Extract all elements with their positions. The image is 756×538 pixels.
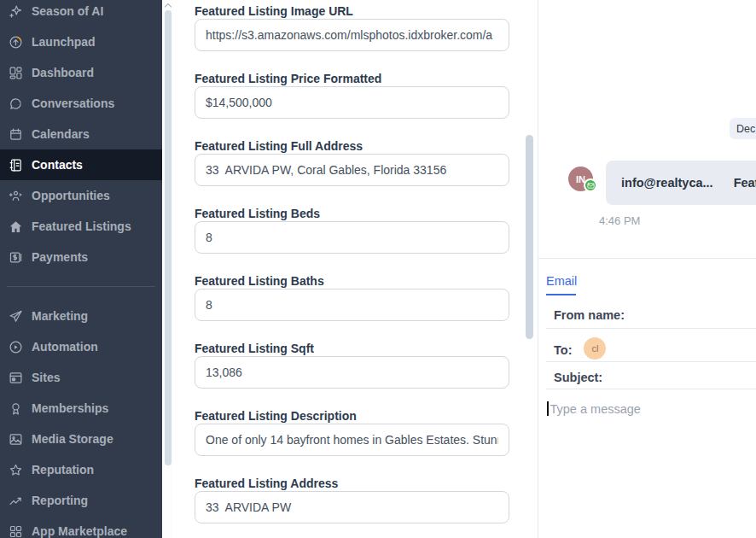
message-placeholder: Type a message (550, 402, 641, 416)
sidebar-item-label: Reputation (32, 463, 94, 477)
sidebar-item-launchpad[interactable]: Launchpad (0, 26, 162, 57)
row-divider (546, 361, 756, 362)
sidebar-item-label: Launchpad (32, 35, 96, 49)
sidebar-scrollbar[interactable] (162, 0, 173, 538)
message-timestamp: 4:46 PM (599, 214, 640, 227)
envelope-icon (587, 182, 595, 190)
message-subject: Featur (734, 176, 756, 190)
field-label: Featured Listing Full Address (195, 138, 538, 154)
calendar-icon (9, 127, 23, 142)
text-caret (547, 401, 549, 416)
sidebar-item-opportunities[interactable]: Opportunities (0, 180, 162, 211)
field-group-baths: Featured Listing Baths (195, 273, 538, 321)
featured-listing-image-url-input[interactable] (195, 19, 509, 51)
field-label: Featured Listing Address (195, 476, 538, 491)
sidebar-item-marketing[interactable]: Marketing (0, 301, 162, 331)
conversation-panel: Dec IN info@realtyca... Featur 4:46 PM E… (538, 0, 756, 538)
sidebar-item-label: Automation (32, 340, 98, 354)
play-circle-icon (9, 340, 23, 354)
paper-plane-icon (9, 309, 23, 324)
sidebar-item-label: Contacts (32, 158, 83, 172)
form-panel-scrollbar-thumb[interactable] (526, 135, 533, 339)
people-icon (9, 189, 23, 203)
sidebar-item-label: Featured Listings (32, 219, 131, 233)
star-icon (9, 463, 23, 477)
message-sender: info@realtyca... (621, 176, 713, 190)
sidebar-item-sites[interactable]: Sites (0, 362, 162, 393)
field-label: Featured Listing Image URL (195, 3, 538, 19)
sidebar-item-app-marketplace[interactable]: App Marketplace (0, 516, 162, 538)
sidebar-item-label: Marketing (32, 309, 88, 323)
tab-email-active-underline (546, 294, 576, 295)
field-group-sqft: Featured Listing Sqft (195, 341, 538, 389)
sparkles-icon (9, 4, 23, 19)
banknote-icon (9, 250, 23, 265)
sidebar-item-payments[interactable]: Payments (0, 242, 162, 272)
recipient-chip[interactable]: cl (584, 337, 606, 360)
sidebar-item-label: Conversations (32, 96, 114, 110)
scroll-up-arrow-icon[interactable] (165, 3, 171, 9)
sidebar-item-reputation[interactable]: Reputation (0, 454, 162, 485)
address-book-icon (9, 158, 23, 173)
house-icon (9, 219, 23, 234)
date-separator-badge: Dec (730, 118, 756, 139)
featured-listing-address-input[interactable] (195, 491, 509, 523)
sidebar-item-contacts[interactable]: Contacts (0, 149, 162, 180)
sidebar-item-label: Opportunities (32, 189, 110, 202)
sidebar-scrollbar-thumb[interactable] (165, 10, 172, 465)
email-message-bubble[interactable]: info@realtyca... Featur (606, 161, 756, 205)
featured-listing-baths-input[interactable] (195, 289, 509, 321)
from-name-label: From name: (554, 308, 625, 322)
sidebar-item-calendars[interactable]: Calendars (0, 119, 162, 149)
browser-icon (9, 371, 23, 385)
trend-line-icon (9, 494, 23, 508)
field-label: Featured Listing Baths (195, 273, 538, 289)
field-label: Featured Listing Description (195, 408, 538, 424)
row-divider (546, 389, 756, 389)
sidebar: Season of AI Launchpad Dashboard Convers… (0, 0, 162, 538)
featured-listing-sqft-input[interactable] (195, 356, 509, 389)
sidebar-item-label: Sites (32, 371, 60, 384)
date-separator-label: Dec (736, 123, 755, 135)
featured-listing-full-address-input[interactable] (195, 154, 509, 186)
subject-field[interactable]: Subject: (554, 371, 602, 384)
tab-email[interactable]: Email (546, 274, 577, 288)
featured-listing-description-input[interactable] (195, 424, 509, 456)
sidebar-item-dashboard[interactable]: Dashboard (0, 57, 162, 88)
sidebar-divider (7, 286, 155, 287)
sidebar-item-media-storage[interactable]: Media Storage (0, 424, 162, 454)
featured-listing-beds-input[interactable] (195, 221, 509, 254)
from-name-field[interactable]: From name: (554, 308, 625, 322)
field-group-beds: Featured Listing Beds (195, 206, 538, 254)
field-group-address: Featured Listing Address (195, 476, 538, 523)
sidebar-nav-list: Season of AI Launchpad Dashboard Convers… (0, 0, 162, 538)
to-label: To: (554, 343, 572, 357)
sidebar-item-reporting[interactable]: Reporting (0, 485, 162, 516)
dashboard-icon (9, 66, 23, 80)
sidebar-item-featured-listings[interactable]: Featured Listings (0, 211, 162, 242)
sidebar-item-label: Media Storage (32, 432, 113, 446)
field-label: Featured Listing Sqft (195, 341, 538, 356)
field-label: Featured Listing Beds (195, 206, 538, 221)
sidebar-item-season-of-ai[interactable]: Season of AI (0, 0, 162, 26)
apps-grid-icon (9, 524, 23, 538)
sidebar-item-automation[interactable]: Automation (0, 331, 162, 362)
field-label: Featured Listing Price Formatted (195, 71, 538, 86)
message-body-input[interactable]: Type a message (547, 401, 641, 416)
sidebar-item-label: Calendars (32, 127, 90, 141)
field-group-image-url: Featured Listing Image URL (195, 3, 538, 51)
field-group-price: Featured Listing Price Formatted (195, 71, 538, 119)
email-channel-badge (584, 178, 597, 192)
row-divider (546, 328, 756, 329)
sidebar-item-label: Dashboard (32, 66, 94, 79)
sidebar-item-label: Reporting (32, 494, 88, 507)
featured-listing-price-input[interactable] (195, 86, 509, 119)
to-field[interactable]: To: cl (554, 340, 606, 360)
sidebar-item-label: Payments (32, 250, 88, 264)
sidebar-item-label: Memberships (32, 401, 108, 415)
launchpad-icon (9, 35, 23, 50)
field-group-description: Featured Listing Description (195, 408, 538, 456)
sidebar-item-label: App Marketplace (32, 524, 127, 538)
sidebar-item-memberships[interactable]: Memberships (0, 393, 162, 424)
sidebar-item-conversations[interactable]: Conversations (0, 88, 162, 119)
